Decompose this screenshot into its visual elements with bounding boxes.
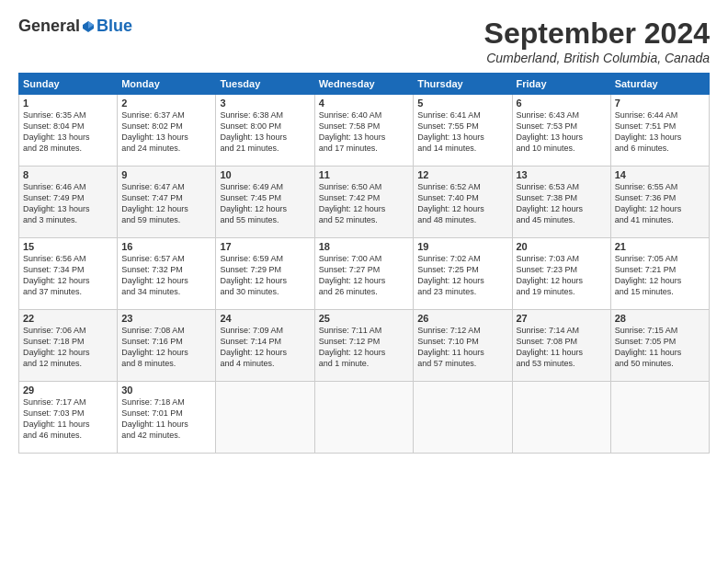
day-number: 22 (23, 313, 113, 324)
table-row: 16Sunrise: 6:57 AMSunset: 7:32 PMDayligh… (118, 238, 216, 310)
day-info: Sunrise: 6:50 AMSunset: 7:42 PMDaylight:… (319, 182, 386, 224)
day-number: 23 (121, 313, 211, 324)
calendar-body: 1Sunrise: 6:35 AMSunset: 8:04 PMDaylight… (19, 95, 710, 454)
col-sunday: Sunday (19, 74, 118, 95)
day-info: Sunrise: 7:05 AMSunset: 7:21 PMDaylight:… (615, 254, 682, 296)
day-info: Sunrise: 7:08 AMSunset: 7:16 PMDaylight:… (121, 326, 188, 368)
day-info: Sunrise: 6:37 AMSunset: 8:02 PMDaylight:… (121, 110, 188, 153)
day-number: 2 (121, 98, 211, 109)
logo-text: General Blue (18, 17, 132, 36)
table-row (216, 382, 314, 454)
day-number: 28 (615, 313, 705, 324)
table-row: 2Sunrise: 6:37 AMSunset: 8:02 PMDaylight… (118, 95, 216, 167)
table-row: 27Sunrise: 7:14 AMSunset: 7:08 PMDayligh… (512, 310, 610, 382)
col-wednesday: Wednesday (314, 74, 413, 95)
day-info: Sunrise: 6:41 AMSunset: 7:55 PMDaylight:… (417, 110, 484, 153)
table-row: 6Sunrise: 6:43 AMSunset: 7:53 PMDaylight… (512, 95, 610, 167)
day-number: 18 (319, 241, 409, 252)
day-number: 14 (615, 169, 705, 180)
table-row: 28Sunrise: 7:15 AMSunset: 7:05 PMDayligh… (610, 310, 709, 382)
week-row-1: 1Sunrise: 6:35 AMSunset: 8:04 PMDaylight… (19, 95, 710, 167)
day-info: Sunrise: 6:46 AMSunset: 7:49 PMDaylight:… (23, 182, 90, 224)
day-number: 8 (23, 169, 113, 180)
day-number: 7 (615, 98, 705, 109)
day-number: 19 (417, 241, 507, 252)
table-row: 11Sunrise: 6:50 AMSunset: 7:42 PMDayligh… (314, 167, 413, 238)
logo: General Blue (18, 17, 132, 36)
day-number: 1 (23, 98, 113, 109)
day-info: Sunrise: 6:47 AMSunset: 7:47 PMDaylight:… (121, 182, 188, 224)
day-number: 26 (417, 313, 507, 324)
table-row: 15Sunrise: 6:56 AMSunset: 7:34 PMDayligh… (19, 238, 118, 310)
week-row-3: 15Sunrise: 6:56 AMSunset: 7:34 PMDayligh… (19, 238, 710, 310)
table-row: 29Sunrise: 7:17 AMSunset: 7:03 PMDayligh… (19, 382, 118, 454)
day-info: Sunrise: 7:03 AMSunset: 7:23 PMDaylight:… (517, 254, 584, 296)
table-row: 3Sunrise: 6:38 AMSunset: 8:00 PMDaylight… (216, 95, 314, 167)
col-saturday: Saturday (610, 74, 709, 95)
day-info: Sunrise: 6:55 AMSunset: 7:36 PMDaylight:… (615, 182, 682, 224)
day-number: 30 (121, 385, 211, 396)
day-number: 10 (220, 169, 310, 180)
day-info: Sunrise: 7:09 AMSunset: 7:14 PMDaylight:… (220, 326, 287, 368)
table-row: 24Sunrise: 7:09 AMSunset: 7:14 PMDayligh… (216, 310, 314, 382)
day-number: 9 (121, 169, 211, 180)
day-info: Sunrise: 6:53 AMSunset: 7:38 PMDaylight:… (517, 182, 584, 224)
table-row: 13Sunrise: 6:53 AMSunset: 7:38 PMDayligh… (512, 167, 610, 238)
day-info: Sunrise: 7:15 AMSunset: 7:05 PMDaylight:… (615, 326, 682, 368)
table-row: 19Sunrise: 7:02 AMSunset: 7:25 PMDayligh… (414, 238, 512, 310)
day-number: 13 (517, 169, 607, 180)
col-thursday: Thursday (414, 74, 512, 95)
table-row (314, 382, 413, 454)
day-number: 25 (319, 313, 409, 324)
day-info: Sunrise: 6:38 AMSunset: 8:00 PMDaylight:… (220, 110, 287, 153)
day-number: 15 (23, 241, 113, 252)
table-row: 5Sunrise: 6:41 AMSunset: 7:55 PMDaylight… (414, 95, 512, 167)
subtitle: Cumberland, British Columbia, Canada (484, 51, 710, 65)
calendar-header: Sunday Monday Tuesday Wednesday Thursday… (19, 74, 710, 95)
logo-flag-icon (81, 19, 96, 34)
table-row: 14Sunrise: 6:55 AMSunset: 7:36 PMDayligh… (610, 167, 709, 238)
day-info: Sunrise: 6:52 AMSunset: 7:40 PMDaylight:… (417, 182, 484, 224)
day-number: 24 (220, 313, 310, 324)
table-row: 9Sunrise: 6:47 AMSunset: 7:47 PMDaylight… (118, 167, 216, 238)
table-row: 18Sunrise: 7:00 AMSunset: 7:27 PMDayligh… (314, 238, 413, 310)
table-row (610, 382, 709, 454)
day-info: Sunrise: 6:35 AMSunset: 8:04 PMDaylight:… (23, 110, 90, 153)
day-info: Sunrise: 6:40 AMSunset: 7:58 PMDaylight:… (319, 110, 386, 153)
day-number: 5 (417, 98, 507, 109)
day-info: Sunrise: 6:56 AMSunset: 7:34 PMDaylight:… (23, 254, 90, 296)
day-number: 29 (23, 385, 113, 396)
day-info: Sunrise: 6:43 AMSunset: 7:53 PMDaylight:… (517, 110, 584, 153)
day-info: Sunrise: 7:11 AMSunset: 7:12 PMDaylight:… (319, 326, 386, 368)
day-number: 17 (220, 241, 310, 252)
day-info: Sunrise: 6:59 AMSunset: 7:29 PMDaylight:… (220, 254, 287, 296)
col-friday: Friday (512, 74, 610, 95)
table-row: 12Sunrise: 6:52 AMSunset: 7:40 PMDayligh… (414, 167, 512, 238)
day-info: Sunrise: 7:06 AMSunset: 7:18 PMDaylight:… (23, 326, 90, 368)
day-number: 20 (517, 241, 607, 252)
table-row: 30Sunrise: 7:18 AMSunset: 7:01 PMDayligh… (118, 382, 216, 454)
calendar: Sunday Monday Tuesday Wednesday Thursday… (18, 73, 710, 454)
day-number: 6 (517, 98, 607, 109)
week-row-5: 29Sunrise: 7:17 AMSunset: 7:03 PMDayligh… (19, 382, 710, 454)
logo-blue: Blue (97, 17, 132, 36)
header: General Blue September 2024 Cumberland, … (18, 17, 710, 65)
title-block: September 2024 Cumberland, British Colum… (484, 17, 710, 65)
table-row: 21Sunrise: 7:05 AMSunset: 7:21 PMDayligh… (610, 238, 709, 310)
table-row (512, 382, 610, 454)
day-info: Sunrise: 7:14 AMSunset: 7:08 PMDaylight:… (517, 326, 584, 368)
header-row: Sunday Monday Tuesday Wednesday Thursday… (19, 74, 710, 95)
day-info: Sunrise: 7:02 AMSunset: 7:25 PMDaylight:… (417, 254, 484, 296)
table-row: 1Sunrise: 6:35 AMSunset: 8:04 PMDaylight… (19, 95, 118, 167)
day-number: 21 (615, 241, 705, 252)
table-row: 10Sunrise: 6:49 AMSunset: 7:45 PMDayligh… (216, 167, 314, 238)
week-row-2: 8Sunrise: 6:46 AMSunset: 7:49 PMDaylight… (19, 167, 710, 238)
table-row: 4Sunrise: 6:40 AMSunset: 7:58 PMDaylight… (314, 95, 413, 167)
table-row: 25Sunrise: 7:11 AMSunset: 7:12 PMDayligh… (314, 310, 413, 382)
day-info: Sunrise: 7:00 AMSunset: 7:27 PMDaylight:… (319, 254, 386, 296)
table-row: 7Sunrise: 6:44 AMSunset: 7:51 PMDaylight… (610, 95, 709, 167)
col-monday: Monday (118, 74, 216, 95)
table-row: 23Sunrise: 7:08 AMSunset: 7:16 PMDayligh… (118, 310, 216, 382)
day-info: Sunrise: 7:17 AMSunset: 7:03 PMDaylight:… (23, 397, 90, 440)
day-number: 4 (319, 98, 409, 109)
